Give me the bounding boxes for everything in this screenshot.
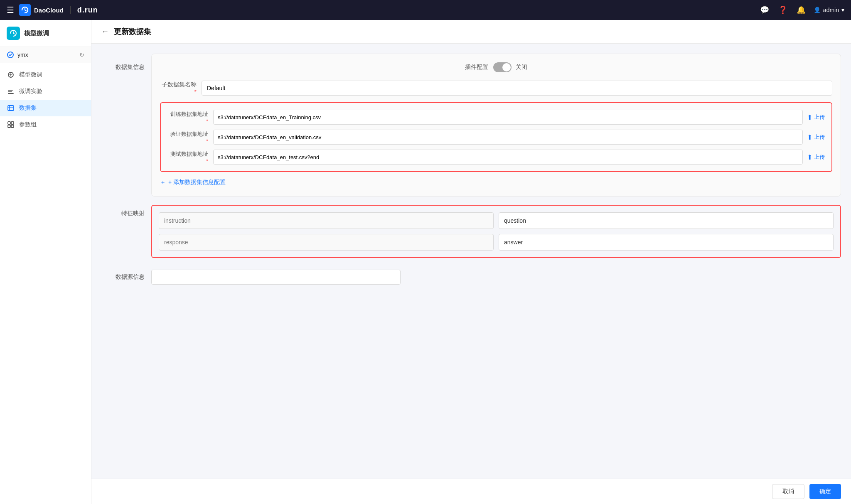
dataset-info-box: 插件配置 关闭 子数据集名称 * [151,54,841,197]
feature-mapping-grid [159,212,834,251]
upload-icon-2: ⬆ [807,133,812,141]
workspace-name: ymx [17,52,28,58]
sidebar-header: 模型微调 [0,20,91,47]
mapping-answer-input[interactable] [499,234,834,251]
navbar-right: 💬 ❓ 🔔 👤 admin ▾ [759,4,844,16]
chat-icon[interactable]: 💬 [759,4,770,16]
sub-dataset-input[interactable] [202,81,832,96]
add-config-label: + 添加数据集信息配置 [168,179,226,186]
workspace-icon [7,51,14,59]
navbar-left: ☰ DaoCloud d.run [7,4,98,16]
product-name: d.run [77,6,98,15]
page-footer: 取消 确定 [91,479,851,504]
svg-rect-5 [11,122,14,124]
experiment-icon [7,87,15,96]
plugin-status-label: 关闭 [516,64,527,71]
params-icon [7,120,15,129]
sidebar-item-params-label: 参数组 [19,121,37,128]
username-label: admin [823,7,839,13]
notification-icon[interactable]: 🔔 [795,4,807,16]
main-content: ← 更新数据集 数据集信息 插件配置 关闭 [91,20,851,504]
validate-upload-button[interactable]: ⬆ 上传 [807,133,825,141]
sub-dataset-row: 子数据集名称 * [160,81,832,96]
page-header: ← 更新数据集 [91,20,851,44]
back-button[interactable]: ← [101,27,109,36]
validate-url-label: 验证数据集地址 * [167,130,213,144]
daocloud-logo-icon [19,4,31,16]
data-source-section: 数据源信息 [101,270,841,285]
sidebar-item-experiment[interactable]: 微调实验 [0,83,91,100]
sidebar-item-finetune[interactable]: 模型微调 [0,66,91,83]
sub-dataset-label: 子数据集名称 * [160,81,202,95]
svg-rect-6 [8,125,10,128]
feature-mapping-outer-label: 特征映射 [101,205,151,263]
train-url-row: 训练数据集地址 * ⬆ 上传 [167,110,825,125]
confirm-button[interactable]: 确定 [809,484,841,499]
svg-rect-7 [11,125,14,128]
finetune-icon [7,71,15,79]
add-config-link[interactable]: ＋ + 添加数据集信息配置 [160,177,832,188]
dataset-info-label: 数据集信息 [101,54,151,197]
chevron-down-icon: ▾ [841,7,844,13]
toggle-knob [502,63,511,71]
test-upload-button[interactable]: ⬆ 上传 [807,153,825,161]
test-url-input[interactable] [213,150,803,165]
data-source-input[interactable] [151,270,401,285]
validate-url-input[interactable] [213,130,803,145]
sidebar-logo-icon [7,27,20,40]
test-url-label: 测试数据集地址 * [167,150,213,164]
dataset-info-section: 数据集信息 插件配置 关闭 子数据集名称 * [101,54,841,197]
mapping-response-input[interactable] [159,234,494,251]
cancel-button[interactable]: 取消 [772,484,804,499]
workspace-left: ymx [7,51,28,59]
upload-icon: ⬆ [807,113,812,121]
validate-url-row: 验证数据集地址 * ⬆ 上传 [167,130,825,145]
sidebar-item-experiment-label: 微调实验 [19,88,42,95]
sidebar-item-dataset-label: 数据集 [19,104,37,112]
sidebar-nav: 模型微调 微调实验 数据集 [0,63,91,136]
sidebar-item-finetune-label: 模型微调 [19,71,42,79]
navbar: ☰ DaoCloud d.run 💬 ❓ 🔔 👤 admin ▾ [0,0,851,20]
brand-logo: DaoCloud d.run [19,4,98,16]
dataset-icon [7,104,15,112]
brand-name: DaoCloud [34,7,64,14]
feature-mapping-box [151,205,841,258]
svg-rect-3 [8,106,14,111]
mapping-question-input[interactable] [499,212,834,229]
brand-divider [70,6,71,14]
data-source-label: 数据源信息 [101,273,151,281]
data-urls-box: 训练数据集地址 * ⬆ 上传 验证数据集地址 * [160,102,832,172]
plugin-toggle[interactable] [493,62,512,72]
test-url-row: 测试数据集地址 * ⬆ 上传 [167,150,825,165]
svg-rect-4 [8,122,10,124]
menu-icon[interactable]: ☰ [7,5,14,15]
sidebar-item-params[interactable]: 参数组 [0,116,91,133]
upload-icon-3: ⬆ [807,153,812,161]
content-area: 数据集信息 插件配置 关闭 子数据集名称 * [91,44,851,504]
page-title: 更新数据集 [114,27,151,37]
mapping-instruction-input[interactable] [159,212,494,229]
plugin-config-label: 插件配置 [465,64,488,71]
user-menu[interactable]: 👤 admin ▾ [814,7,844,13]
train-url-input[interactable] [213,110,803,125]
workspace-selector[interactable]: ymx ↻ [0,47,91,63]
plugin-config-row: 插件配置 关闭 [160,62,832,72]
help-icon[interactable]: ❓ [777,4,789,16]
refresh-icon[interactable]: ↻ [79,52,84,58]
feature-mapping-section: 特征映射 [101,205,841,263]
sidebar-item-dataset[interactable]: 数据集 [0,100,91,116]
sidebar-title: 模型微调 [24,30,49,37]
train-url-label: 训练数据集地址 * [167,111,213,124]
sidebar: 模型微调 ymx ↻ 模型微调 [0,20,91,504]
plus-icon: ＋ [160,179,166,186]
train-upload-button[interactable]: ⬆ 上传 [807,113,825,121]
user-avatar-icon: 👤 [814,7,821,13]
